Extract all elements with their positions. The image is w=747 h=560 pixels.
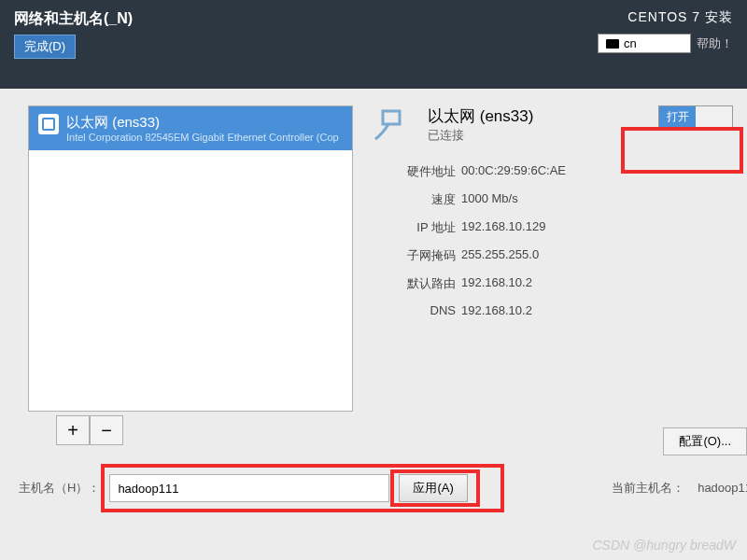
connection-toggle[interactable]: 打开 — [658, 105, 733, 128]
current-hostname-label: 当前主机名： — [612, 481, 684, 495]
mask-label: 子网掩码 — [381, 247, 456, 264]
network-interface-list[interactable]: 以太网 (ens33) Intel Corporation 82545EM Gi… — [28, 105, 353, 412]
apply-button[interactable]: 应用(A) — [399, 474, 467, 502]
ethernet-icon — [38, 114, 59, 134]
keyboard-layout-selector[interactable]: cn — [598, 34, 691, 53]
speed-label: 速度 — [381, 191, 456, 208]
toggle-on-label: 打开 — [659, 106, 696, 127]
keyboard-layout-label: cn — [624, 36, 637, 50]
dns-label: DNS — [381, 303, 456, 317]
mask-value: 255.255.255.0 — [461, 247, 733, 264]
hwaddr-value: 00:0C:29:59:6C:AE — [461, 163, 733, 180]
nic-name: 以太网 (ens33) — [66, 114, 339, 132]
remove-interface-button[interactable]: − — [90, 415, 123, 445]
done-button[interactable]: 完成(D) — [14, 35, 76, 59]
ip-value: 192.168.10.129 — [461, 219, 733, 236]
connection-status: 已连接 — [428, 127, 533, 144]
page-title: 网络和主机名(_N) — [14, 9, 133, 29]
watermark: CSDN @hungry breadW — [593, 538, 737, 553]
help-link[interactable]: 帮助！ — [697, 35, 733, 52]
nic-hardware-desc: Intel Corporation 82545EM Gigabit Ethern… — [66, 132, 339, 143]
ethernet-large-icon — [372, 105, 416, 147]
current-hostname-value: hadoop11 — [698, 481, 747, 495]
add-interface-button[interactable]: + — [56, 415, 90, 445]
list-item[interactable]: 以太网 (ens33) Intel Corporation 82545EM Gi… — [29, 106, 352, 150]
ip-label: IP 地址 — [381, 219, 456, 236]
gateway-label: 默认路由 — [381, 275, 456, 292]
distro-brand: CENTOS 7 安装 — [627, 9, 733, 26]
speed-value: 1000 Mb/s — [461, 191, 733, 208]
toggle-handle — [696, 106, 732, 127]
configure-button[interactable]: 配置(O)... — [663, 427, 747, 455]
hostname-label: 主机名（H）： — [19, 480, 100, 497]
gateway-value: 192.168.10.2 — [461, 275, 733, 292]
keyboard-icon — [606, 39, 619, 49]
interface-title: 以太网 (ens33) — [428, 105, 533, 127]
hwaddr-label: 硬件地址 — [381, 163, 456, 180]
dns-value: 192.168.10.2 — [461, 303, 733, 317]
hostname-input[interactable] — [109, 474, 389, 502]
